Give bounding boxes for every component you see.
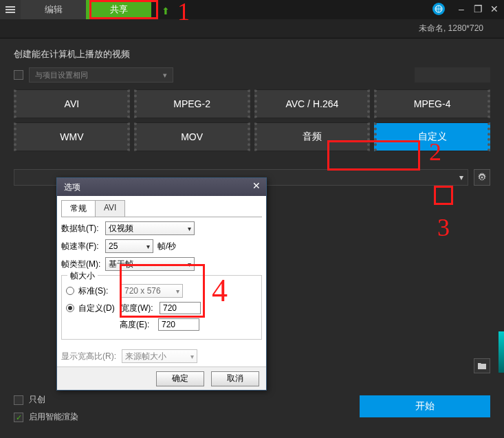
custom-radio[interactable] (66, 304, 74, 312)
width-label: 宽度(W): (121, 303, 155, 314)
aspect-label: 显示宽高比(R): (61, 351, 118, 362)
standard-radio[interactable] (66, 287, 74, 295)
frametype-combo[interactable]: 基于帧 (105, 257, 195, 271)
browse-folder-button[interactable] (474, 358, 490, 373)
framerate-value: 25 (109, 241, 118, 251)
framerate-unit: 帧/秒 (157, 241, 176, 252)
upload-arrow-icon: ⬆ (162, 6, 170, 17)
mpeg-placeholder (415, 67, 490, 83)
standard-size-value: 720 x 576 (124, 286, 161, 296)
custom-label: 自定义(D) (78, 303, 117, 314)
tab-share[interactable]: 共享 (86, 0, 151, 19)
settings-gear-button[interactable] (474, 169, 490, 186)
cancel-button[interactable]: 取消 (211, 371, 259, 386)
svg-rect-1 (6, 9, 15, 10)
ok-button[interactable]: 确定 (156, 371, 204, 386)
format-wmv[interactable]: WMV (14, 122, 130, 151)
chevron-down-icon: ▾ (163, 71, 167, 80)
start-button[interactable]: 开始 (360, 395, 490, 417)
right-edge-indicator (498, 331, 504, 373)
annotation-number-3: 3 (437, 213, 450, 242)
height-input[interactable] (158, 318, 199, 331)
format-mpeg2[interactable]: MPEG-2 (134, 89, 250, 118)
dialog-close-button[interactable]: ✕ (252, 180, 261, 191)
project-info-bar: 未命名, 1280*720 (0, 19, 504, 39)
dialog-tab-avi[interactable]: AVI (95, 200, 125, 217)
format-avc[interactable]: AVC / H.264 (254, 89, 371, 118)
data-track-label: 数据轨(T): (61, 223, 101, 234)
section-heading: 创建能在计算机上播放的视频 (14, 48, 490, 61)
framerate-label: 帧速率(F): (61, 241, 101, 252)
subset-dropdown[interactable]: 与项目设置相同 ▾ (29, 67, 173, 83)
close-button[interactable]: ✕ (489, 3, 500, 14)
width-input[interactable] (160, 302, 201, 314)
format-mov[interactable]: MOV (134, 122, 250, 151)
standard-label: 标准(S): (78, 285, 117, 297)
aspect-value: 来源帧大小 (125, 351, 166, 362)
frametype-label: 帧类型(M): (61, 259, 101, 270)
smart-render-label: 启用智能渲染 (29, 411, 78, 423)
format-avi[interactable]: AVI (14, 89, 130, 118)
data-track-value: 仅视频 (109, 223, 133, 234)
same-as-project-checkbox[interactable] (14, 70, 23, 80)
globe-icon[interactable] (432, 3, 445, 15)
only-create-checkbox[interactable] (14, 395, 23, 405)
data-track-combo[interactable]: 仅视频 (105, 221, 195, 235)
framesize-legend: 帧大小 (67, 270, 98, 282)
minimize-button[interactable]: – (456, 3, 467, 14)
height-label: 高度(E): (120, 319, 154, 331)
framerate-combo[interactable]: 25 (105, 239, 153, 253)
format-mpeg4[interactable]: MPEG-4 (374, 89, 490, 118)
only-create-label: 只创 (29, 394, 45, 406)
tab-edit[interactable]: 编辑 (21, 0, 86, 19)
subset-dropdown-label: 与项目设置相同 (35, 70, 88, 80)
dialog-tab-general[interactable]: 常规 (61, 200, 96, 217)
aspect-combo: 来源帧大小 (122, 349, 197, 363)
svg-rect-0 (6, 6, 15, 8)
svg-rect-2 (6, 12, 15, 13)
frametype-value: 基于帧 (109, 259, 133, 270)
dialog-title: 选项 (64, 182, 80, 193)
options-dialog: 选项 ✕ 常规 AVI 数据轨(T): 仅视频 帧速率(F): 25 帧/秒 帧… (56, 177, 267, 391)
standard-size-combo: 720 x 576 (121, 284, 183, 298)
hamburger-menu-icon[interactable] (0, 0, 21, 19)
smart-render-checkbox[interactable] (14, 413, 23, 422)
maximize-button[interactable]: ❐ (472, 3, 483, 14)
chevron-down-icon: ▾ (459, 173, 463, 182)
format-custom[interactable]: 自定义 (374, 122, 490, 151)
format-audio[interactable]: 音频 (254, 122, 371, 151)
